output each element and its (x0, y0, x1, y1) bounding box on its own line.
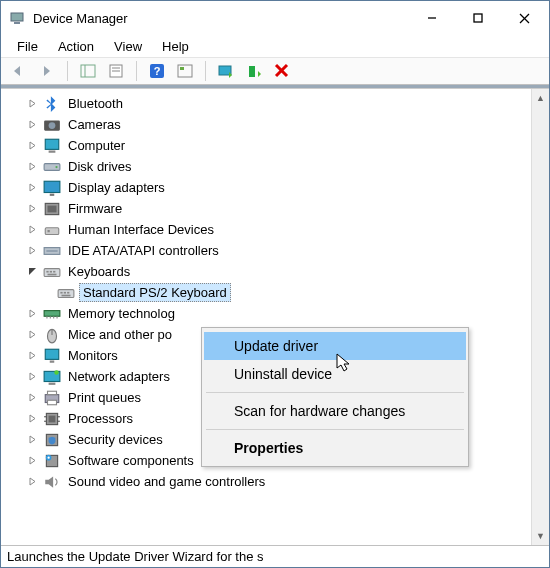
expand-icon[interactable] (25, 328, 39, 342)
expand-icon[interactable] (25, 223, 39, 237)
scroll-up-button[interactable]: ▲ (532, 89, 549, 107)
tree-item-mem[interactable]: Memory technolog (1, 303, 531, 324)
svg-rect-3 (474, 14, 482, 22)
minimize-button[interactable] (409, 3, 455, 33)
collapse-icon[interactable] (25, 265, 39, 279)
menu-action[interactable]: Action (48, 37, 104, 56)
tree-item-hid[interactable]: Human Interface Devices (1, 219, 531, 240)
expand-icon[interactable] (25, 412, 39, 426)
tree-item-cam[interactable]: Cameras (1, 114, 531, 135)
expand-icon[interactable] (25, 118, 39, 132)
tree-item-pc[interactable]: Computer (1, 135, 531, 156)
tree-item-label: Human Interface Devices (65, 221, 217, 238)
svg-rect-26 (50, 193, 55, 195)
svg-rect-13 (178, 65, 192, 77)
properties-toolbar-button[interactable] (104, 60, 128, 82)
uninstall-toolbar-button[interactable] (242, 60, 266, 82)
expand-icon[interactable] (25, 370, 39, 384)
pc-icon (43, 138, 61, 154)
expand-icon[interactable] (25, 139, 39, 153)
svg-rect-0 (11, 13, 23, 21)
ctx-update-driver[interactable]: Update driver (204, 332, 466, 360)
svg-point-53 (54, 370, 59, 375)
tree-item-label: Memory technolog (65, 305, 178, 322)
prn-icon (43, 390, 61, 406)
tree-item-label: IDE ATA/ATAPI controllers (65, 242, 222, 259)
ctx-properties[interactable]: Properties (204, 434, 466, 462)
svg-rect-6 (81, 65, 95, 77)
menu-view[interactable]: View (104, 37, 152, 56)
tree-item-fw[interactable]: Firmware (1, 198, 531, 219)
expand-icon[interactable] (25, 97, 39, 111)
scrollbar[interactable]: ▲ ▼ (531, 89, 549, 545)
tree-item-snd[interactable]: Sound video and game controllers (1, 471, 531, 492)
ctx-uninstall-device[interactable]: Uninstall device (204, 360, 466, 388)
svg-rect-34 (46, 270, 48, 272)
expand-icon[interactable] (25, 202, 39, 216)
update-driver-toolbar-button[interactable] (214, 60, 238, 82)
tree-item-ide[interactable]: IDE ATA/ATAPI controllers (1, 240, 531, 261)
device-tree[interactable]: BluetoothCamerasComputerDisk drivesDispl… (1, 89, 531, 545)
svg-rect-14 (180, 67, 184, 70)
tree-item-label: Keyboards (65, 263, 133, 280)
separator (67, 61, 68, 81)
help-toolbar-button[interactable]: ? (145, 60, 169, 82)
menubar: File Action View Help (1, 35, 549, 57)
svg-rect-39 (60, 291, 62, 293)
scroll-down-button[interactable]: ▼ (532, 527, 549, 545)
tree-item-kb[interactable]: Keyboards (1, 261, 531, 282)
expand-icon[interactable] (25, 454, 39, 468)
app-icon (9, 10, 25, 26)
tree-item-disp[interactable]: Display adapters (1, 177, 531, 198)
titlebar: Device Manager (1, 1, 549, 35)
tree-child-kb[interactable]: Standard PS/2 Keyboard (1, 282, 531, 303)
svg-rect-16 (249, 66, 255, 77)
ctx-separator (206, 392, 464, 393)
svg-rect-45 (50, 316, 51, 318)
svg-point-67 (48, 456, 50, 458)
svg-rect-51 (50, 360, 55, 362)
tree-item-label: Sound video and game controllers (65, 473, 268, 490)
expand-icon[interactable] (25, 475, 39, 489)
show-hide-tree-button[interactable] (76, 60, 100, 82)
expand-icon[interactable] (25, 433, 39, 447)
window-title: Device Manager (33, 11, 409, 26)
hid-icon (43, 222, 61, 238)
statusbar: Launches the Update Driver Wizard for th… (1, 545, 549, 567)
svg-rect-29 (45, 227, 59, 234)
disk-icon (43, 159, 61, 175)
expand-icon[interactable] (25, 244, 39, 258)
svg-rect-25 (44, 181, 60, 192)
svg-rect-35 (50, 270, 52, 272)
svg-rect-30 (48, 230, 50, 232)
expand-icon[interactable] (25, 181, 39, 195)
scan-toolbar-button[interactable] (173, 60, 197, 82)
ctx-scan-hardware[interactable]: Scan for hardware changes (204, 397, 466, 425)
fw-icon (43, 201, 61, 217)
cam-icon (43, 117, 61, 133)
svg-text:?: ? (154, 65, 161, 77)
svg-rect-50 (45, 349, 59, 359)
disable-toolbar-button[interactable] (270, 60, 294, 82)
expand-icon[interactable] (25, 349, 39, 363)
menu-help[interactable]: Help (152, 37, 199, 56)
maximize-button[interactable] (455, 3, 501, 33)
back-button[interactable] (7, 60, 31, 82)
svg-rect-56 (48, 391, 57, 394)
cpu-icon (43, 411, 61, 427)
svg-rect-54 (49, 382, 56, 384)
svg-rect-36 (53, 270, 55, 272)
svg-rect-37 (48, 273, 57, 275)
tree-item-bt[interactable]: Bluetooth (1, 93, 531, 114)
tree-item-disk[interactable]: Disk drives (1, 156, 531, 177)
close-button[interactable] (501, 3, 547, 33)
expand-icon[interactable] (25, 160, 39, 174)
forward-button[interactable] (35, 60, 59, 82)
menu-file[interactable]: File (7, 37, 48, 56)
tree-item-label: Print queues (65, 389, 144, 406)
tree-item-label: Network adapters (65, 368, 173, 385)
svg-point-24 (55, 165, 57, 167)
context-menu: Update driver Uninstall device Scan for … (201, 327, 469, 467)
expand-icon[interactable] (25, 391, 39, 405)
expand-icon[interactable] (25, 307, 39, 321)
